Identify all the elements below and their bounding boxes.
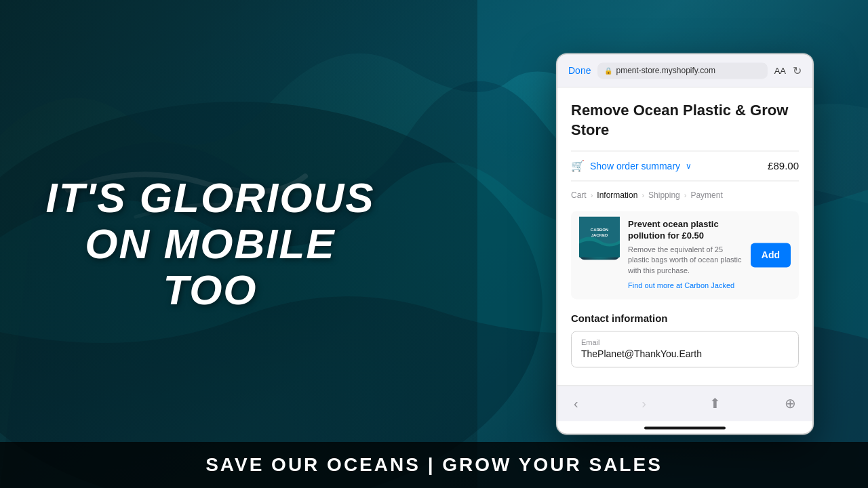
order-summary-toggle[interactable]: 🛒 Show order summary ∨: [571, 160, 692, 173]
product-image: CARBON JACKED: [579, 220, 620, 260]
breadcrumb-payment[interactable]: Payment: [690, 191, 722, 201]
product-description: Remove the equivalent of 25 plastic bags…: [628, 245, 743, 276]
breadcrumb-shipping[interactable]: Shipping: [648, 191, 680, 201]
product-info: Prevent ocean plastic pollution for £0.5…: [628, 220, 743, 291]
breadcrumb-sep-3: ›: [684, 192, 687, 200]
browser-aa-button[interactable]: AA: [774, 66, 786, 76]
order-summary-bar[interactable]: 🛒 Show order summary ∨ £89.00: [571, 151, 799, 182]
browser-share-button[interactable]: ⬆: [707, 393, 724, 415]
phone-frame: Done 🔒 pment-store.myshopify.com AA ↻ Re…: [556, 53, 814, 434]
breadcrumb-sep-2: ›: [642, 192, 644, 200]
browser-forward-button[interactable]: ›: [639, 393, 649, 414]
breadcrumb-sep-1: ›: [591, 192, 593, 200]
browser-bookmark-button[interactable]: ⊕: [782, 393, 799, 415]
hero-title: IT'S GLORIOUS ON MOBILE TOO: [41, 175, 380, 314]
home-bar: [644, 427, 726, 430]
browser-back-button[interactable]: ‹: [571, 393, 581, 414]
add-button[interactable]: Add: [751, 243, 791, 268]
order-summary-label: Show order summary: [590, 161, 680, 171]
browser-refresh-button[interactable]: ↻: [793, 64, 802, 77]
browser-controls: AA ↻: [774, 64, 802, 77]
contact-section: Contact information Email ThePlanet@Than…: [571, 313, 799, 368]
email-label: Email: [581, 339, 789, 347]
browser-bottom-nav: ‹ › ⬆ ⊕: [557, 386, 812, 422]
product-image-inner: CARBON JACKED: [579, 220, 620, 260]
browser-done-button[interactable]: Done: [568, 65, 591, 76]
email-value: ThePlanet@ThankYou.Earth: [581, 349, 702, 360]
product-title: Prevent ocean plastic pollution for £0.5…: [628, 220, 743, 243]
browser-bar: Done 🔒 pment-store.myshopify.com AA ↻: [557, 54, 812, 87]
breadcrumb-information[interactable]: Information: [597, 191, 637, 201]
svg-text:CARBON: CARBON: [591, 228, 608, 232]
order-price: £89.00: [768, 161, 799, 172]
tagline-text: SAVE OUR OCEANS | GROW YOUR SALES: [205, 454, 663, 475]
browser-url: pment-store.myshopify.com: [616, 66, 715, 75]
breadcrumb-cart[interactable]: Cart: [571, 191, 587, 201]
product-link[interactable]: Find out more at Carbon Jacked: [628, 282, 734, 290]
lock-icon: 🔒: [604, 67, 612, 75]
bottom-tagline-bar: SAVE OUR OCEANS | GROW YOUR SALES: [0, 442, 868, 488]
svg-text:JACKED: JACKED: [591, 234, 608, 238]
home-indicator: [557, 422, 812, 434]
product-card: CARBON JACKED Prevent ocean plastic poll…: [571, 211, 799, 300]
browser-url-area[interactable]: 🔒 pment-store.myshopify.com: [597, 62, 767, 79]
chevron-down-icon: ∨: [686, 161, 692, 171]
breadcrumb: Cart › Information › Shipping › Payment: [571, 191, 799, 201]
email-field[interactable]: Email ThePlanet@ThankYou.Earth: [571, 331, 799, 368]
page-content: Remove Ocean Plastic & Grow Store 🛒 Show…: [557, 87, 812, 385]
phone-mockup: Done 🔒 pment-store.myshopify.com AA ↻ Re…: [556, 53, 814, 434]
contact-section-title: Contact information: [571, 313, 799, 325]
store-title: Remove Ocean Plastic & Grow Store: [571, 101, 799, 140]
hero-text-container: IT'S GLORIOUS ON MOBILE TOO: [0, 175, 420, 314]
cart-icon: 🛒: [571, 160, 585, 173]
